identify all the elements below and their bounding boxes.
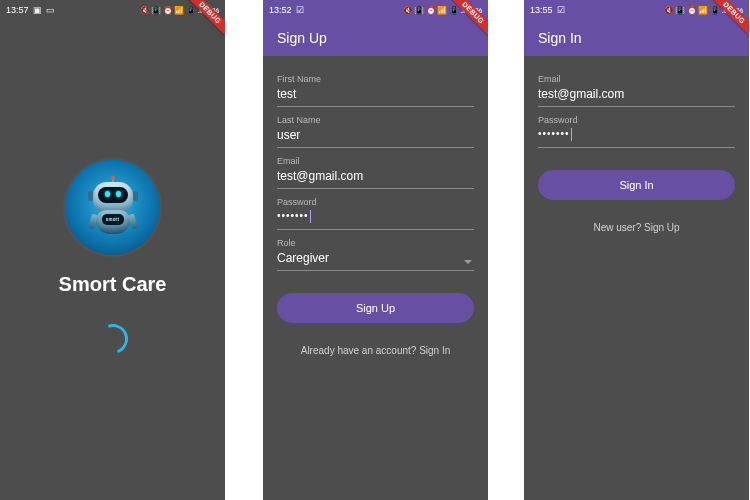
last-name-value: user xyxy=(277,128,474,142)
password-field[interactable]: Password ••••••• xyxy=(277,197,474,230)
loading-spinner xyxy=(93,319,133,359)
password-value: ••••••• xyxy=(538,128,735,142)
text-cursor xyxy=(310,210,311,223)
text-cursor xyxy=(571,128,572,141)
signup-link[interactable]: New user? Sign Up xyxy=(538,222,735,233)
role-select[interactable]: Role Caregiver xyxy=(277,238,474,271)
role-label: Role xyxy=(277,238,474,248)
email-field[interactable]: Email test@gmail.com xyxy=(538,74,735,107)
password-label: Password xyxy=(538,115,735,125)
status-icons: 🔇 📳 ⏰ 📶 📱 .ıl xyxy=(664,6,726,15)
notification-icon: ▣ xyxy=(33,5,42,15)
first-name-value: test xyxy=(277,87,474,101)
robot-chest-label: smort xyxy=(102,214,124,225)
email-value: test@gmail.com xyxy=(277,169,474,183)
status-icons: 🔇 📳 ⏰ 📶 📱 .ıl xyxy=(140,6,202,15)
notification-icon: ☑ xyxy=(296,5,304,15)
password-label: Password xyxy=(277,197,474,207)
status-time: 13:55 xyxy=(530,5,553,15)
signin-screen: DEBUG 13:55 ☑ 🔇 📳 ⏰ 📶 📱 .ıl 78% Sign In … xyxy=(524,0,749,500)
first-name-field[interactable]: First Name test xyxy=(277,74,474,107)
status-time: 13:52 xyxy=(269,5,292,15)
splash-screen: DEBUG 13:57 ▣ ▭ 🔇 📳 ⏰ 📶 📱 .ıl 78% xyxy=(0,0,225,500)
chevron-down-icon xyxy=(464,260,472,264)
password-field[interactable]: Password ••••••• xyxy=(538,115,735,148)
signup-button[interactable]: Sign Up xyxy=(277,293,474,323)
status-time: 13:57 xyxy=(6,5,29,15)
role-value: Caregiver xyxy=(277,251,474,265)
password-value: ••••••• xyxy=(277,210,474,224)
status-bar: 13:55 ☑ 🔇 📳 ⏰ 📶 📱 .ıl 78% xyxy=(524,0,749,20)
email-value: test@gmail.com xyxy=(538,87,735,101)
status-bar: 13:52 ☑ 🔇 📳 ⏰ 📶 📱 .ıl 78% xyxy=(263,0,488,20)
notification-icon: ☑ xyxy=(557,5,565,15)
notification-icon: ▭ xyxy=(46,5,55,15)
page-title: Sign In xyxy=(538,30,582,46)
status-bar: 13:57 ▣ ▭ 🔇 📳 ⏰ 📶 📱 .ıl 78% xyxy=(0,0,225,20)
last-name-field[interactable]: Last Name user xyxy=(277,115,474,148)
robot-icon: smort xyxy=(84,178,142,238)
status-icons: 🔇 📳 ⏰ 📶 📱 .ıl xyxy=(403,6,465,15)
app-title: Smort Care xyxy=(59,273,167,296)
signin-button[interactable]: Sign In xyxy=(538,170,735,200)
signup-screen: DEBUG 13:52 ☑ 🔇 📳 ⏰ 📶 📱 .ıl 78% Sign Up … xyxy=(263,0,488,500)
page-title: Sign Up xyxy=(277,30,327,46)
first-name-label: First Name xyxy=(277,74,474,84)
email-field[interactable]: Email test@gmail.com xyxy=(277,156,474,189)
last-name-label: Last Name xyxy=(277,115,474,125)
signin-link[interactable]: Already have an account? Sign In xyxy=(277,345,474,356)
email-label: Email xyxy=(277,156,474,166)
app-bar: Sign In xyxy=(524,20,749,56)
email-label: Email xyxy=(538,74,735,84)
app-bar: Sign Up xyxy=(263,20,488,56)
app-logo: smort xyxy=(65,160,160,255)
